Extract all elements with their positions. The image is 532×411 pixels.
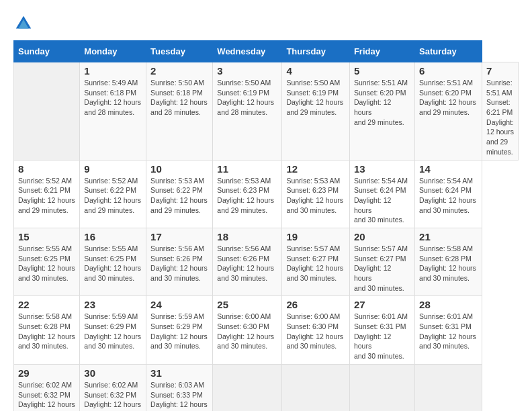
logo xyxy=(13,13,36,34)
calendar-cell: 30Sunrise: 6:02 AMSunset: 6:32 PMDayligh… xyxy=(80,364,146,411)
day-number: 14 xyxy=(419,163,478,175)
calendar-cell: 19Sunrise: 5:57 AMSunset: 6:27 PMDayligh… xyxy=(282,228,350,295)
day-number: 7 xyxy=(486,65,514,77)
calendar-cell: 22Sunrise: 5:58 AMSunset: 6:28 PMDayligh… xyxy=(14,296,80,364)
calendar-cell: 3Sunrise: 5:50 AMSunset: 6:19 PMDaylight… xyxy=(213,62,282,161)
week-row-2: 15Sunrise: 5:55 AMSunset: 6:25 PMDayligh… xyxy=(14,228,519,295)
day-info: Sunrise: 5:55 AMSunset: 6:25 PMDaylight:… xyxy=(84,244,142,283)
day-number: 29 xyxy=(18,367,75,379)
day-info: Sunrise: 5:54 AMSunset: 6:24 PMDaylight:… xyxy=(354,176,410,225)
day-number: 16 xyxy=(84,231,142,242)
day-info: Sunrise: 5:55 AMSunset: 6:25 PMDaylight:… xyxy=(18,244,75,283)
calendar-cell: 12Sunrise: 5:53 AMSunset: 6:23 PMDayligh… xyxy=(282,160,350,228)
day-number: 25 xyxy=(217,299,277,310)
header-row: SundayMondayTuesdayWednesdayThursdayFrid… xyxy=(14,41,519,62)
day-info: Sunrise: 5:51 AMSunset: 6:21 PMDaylight:… xyxy=(486,78,514,157)
day-info: Sunrise: 5:52 AMSunset: 6:22 PMDaylight:… xyxy=(84,176,142,216)
day-info: Sunrise: 5:58 AMSunset: 6:28 PMDaylight:… xyxy=(419,244,478,283)
calendar-cell: 26Sunrise: 6:00 AMSunset: 6:30 PMDayligh… xyxy=(282,296,350,364)
day-info: Sunrise: 6:01 AMSunset: 6:31 PMDaylight:… xyxy=(419,312,478,351)
day-number: 31 xyxy=(150,367,208,379)
day-info: Sunrise: 5:57 AMSunset: 6:27 PMDaylight:… xyxy=(354,244,410,293)
calendar-cell: 24Sunrise: 5:59 AMSunset: 6:29 PMDayligh… xyxy=(146,296,213,364)
calendar-cell: 11Sunrise: 5:53 AMSunset: 6:23 PMDayligh… xyxy=(213,160,282,228)
day-info: Sunrise: 5:59 AMSunset: 6:29 PMDaylight:… xyxy=(84,312,142,351)
day-number: 21 xyxy=(419,231,478,242)
day-info: Sunrise: 5:56 AMSunset: 6:26 PMDaylight:… xyxy=(150,244,208,283)
header-wednesday: Wednesday xyxy=(213,41,282,62)
day-number: 4 xyxy=(286,65,345,77)
calendar-cell: 8Sunrise: 5:52 AMSunset: 6:21 PMDaylight… xyxy=(14,160,80,228)
day-number: 23 xyxy=(84,299,142,310)
calendar-cell: 17Sunrise: 5:56 AMSunset: 6:26 PMDayligh… xyxy=(146,228,213,295)
calendar-cell: 31Sunrise: 6:03 AMSunset: 6:33 PMDayligh… xyxy=(146,364,213,411)
day-number: 19 xyxy=(286,231,345,242)
calendar-cell: 25Sunrise: 6:00 AMSunset: 6:30 PMDayligh… xyxy=(213,296,282,364)
header xyxy=(13,13,519,34)
day-info: Sunrise: 5:56 AMSunset: 6:26 PMDaylight:… xyxy=(217,244,277,283)
calendar-cell: 13Sunrise: 5:54 AMSunset: 6:24 PMDayligh… xyxy=(349,160,414,228)
day-info: Sunrise: 5:59 AMSunset: 6:29 PMDaylight:… xyxy=(150,312,208,351)
day-info: Sunrise: 5:53 AMSunset: 6:22 PMDaylight:… xyxy=(150,176,208,216)
calendar-cell xyxy=(415,364,482,411)
day-number: 5 xyxy=(354,65,410,77)
week-row-4: 29Sunrise: 6:02 AMSunset: 6:32 PMDayligh… xyxy=(14,364,519,411)
day-info: Sunrise: 5:54 AMSunset: 6:24 PMDaylight:… xyxy=(419,176,478,216)
day-info: Sunrise: 6:00 AMSunset: 6:30 PMDaylight:… xyxy=(286,312,345,351)
day-info: Sunrise: 5:52 AMSunset: 6:21 PMDaylight:… xyxy=(18,176,75,216)
calendar-cell: 29Sunrise: 6:02 AMSunset: 6:32 PMDayligh… xyxy=(14,364,80,411)
calendar-body: 1Sunrise: 5:49 AMSunset: 6:18 PMDaylight… xyxy=(14,62,519,412)
calendar-header: SundayMondayTuesdayWednesdayThursdayFrid… xyxy=(14,41,519,62)
day-info: Sunrise: 6:01 AMSunset: 6:31 PMDaylight:… xyxy=(354,312,410,361)
day-number: 28 xyxy=(419,299,478,310)
day-number: 17 xyxy=(150,231,208,242)
logo-icon xyxy=(13,13,34,34)
calendar-cell: 9Sunrise: 5:52 AMSunset: 6:22 PMDaylight… xyxy=(80,160,146,228)
day-number: 15 xyxy=(18,231,75,242)
day-number: 13 xyxy=(354,163,410,175)
calendar-cell: 1Sunrise: 5:49 AMSunset: 6:18 PMDaylight… xyxy=(80,62,146,161)
calendar-cell: 14Sunrise: 5:54 AMSunset: 6:24 PMDayligh… xyxy=(415,160,482,228)
day-info: Sunrise: 6:00 AMSunset: 6:30 PMDaylight:… xyxy=(217,312,277,351)
header-saturday: Saturday xyxy=(415,41,482,62)
day-number: 30 xyxy=(84,367,142,379)
day-number: 26 xyxy=(286,299,345,310)
calendar-cell: 18Sunrise: 5:56 AMSunset: 6:26 PMDayligh… xyxy=(213,228,282,295)
calendar-cell: 21Sunrise: 5:58 AMSunset: 6:28 PMDayligh… xyxy=(415,228,482,295)
calendar-cell: 16Sunrise: 5:55 AMSunset: 6:25 PMDayligh… xyxy=(80,228,146,295)
header-thursday: Thursday xyxy=(282,41,350,62)
day-number: 3 xyxy=(217,65,277,77)
day-number: 18 xyxy=(217,231,277,242)
calendar-cell: 4Sunrise: 5:50 AMSunset: 6:19 PMDaylight… xyxy=(282,62,350,161)
day-info: Sunrise: 5:51 AMSunset: 6:20 PMDaylight:… xyxy=(354,78,410,127)
calendar-cell xyxy=(213,364,282,411)
day-number: 12 xyxy=(286,163,345,175)
day-number: 22 xyxy=(18,299,75,310)
week-row-1: 8Sunrise: 5:52 AMSunset: 6:21 PMDaylight… xyxy=(14,160,519,228)
day-number: 27 xyxy=(354,299,410,310)
day-number: 1 xyxy=(84,65,142,77)
day-info: Sunrise: 5:50 AMSunset: 6:19 PMDaylight:… xyxy=(217,78,277,118)
calendar-cell: 10Sunrise: 5:53 AMSunset: 6:22 PMDayligh… xyxy=(146,160,213,228)
calendar-cell: 20Sunrise: 5:57 AMSunset: 6:27 PMDayligh… xyxy=(349,228,414,295)
calendar-cell: 7Sunrise: 5:51 AMSunset: 6:21 PMDaylight… xyxy=(482,62,519,161)
calendar-cell: 27Sunrise: 6:01 AMSunset: 6:31 PMDayligh… xyxy=(349,296,414,364)
day-number: 10 xyxy=(150,163,208,175)
day-info: Sunrise: 5:51 AMSunset: 6:20 PMDaylight:… xyxy=(419,78,478,118)
calendar-cell: 23Sunrise: 5:59 AMSunset: 6:29 PMDayligh… xyxy=(80,296,146,364)
calendar-cell: 15Sunrise: 5:55 AMSunset: 6:25 PMDayligh… xyxy=(14,228,80,295)
day-info: Sunrise: 6:03 AMSunset: 6:33 PMDaylight:… xyxy=(150,380,208,411)
day-info: Sunrise: 5:50 AMSunset: 6:19 PMDaylight:… xyxy=(286,78,345,118)
calendar-cell xyxy=(282,364,350,411)
day-number: 6 xyxy=(419,65,478,77)
header-sunday: Sunday xyxy=(14,41,80,62)
calendar-cell: 6Sunrise: 5:51 AMSunset: 6:20 PMDaylight… xyxy=(415,62,482,161)
day-number: 11 xyxy=(217,163,277,175)
header-friday: Friday xyxy=(349,41,414,62)
day-info: Sunrise: 5:50 AMSunset: 6:18 PMDaylight:… xyxy=(150,78,208,118)
day-info: Sunrise: 5:53 AMSunset: 6:23 PMDaylight:… xyxy=(286,176,345,216)
calendar-cell xyxy=(349,364,414,411)
day-info: Sunrise: 5:57 AMSunset: 6:27 PMDaylight:… xyxy=(286,244,345,283)
day-info: Sunrise: 5:58 AMSunset: 6:28 PMDaylight:… xyxy=(18,312,75,351)
day-info: Sunrise: 6:02 AMSunset: 6:32 PMDaylight:… xyxy=(84,380,142,411)
